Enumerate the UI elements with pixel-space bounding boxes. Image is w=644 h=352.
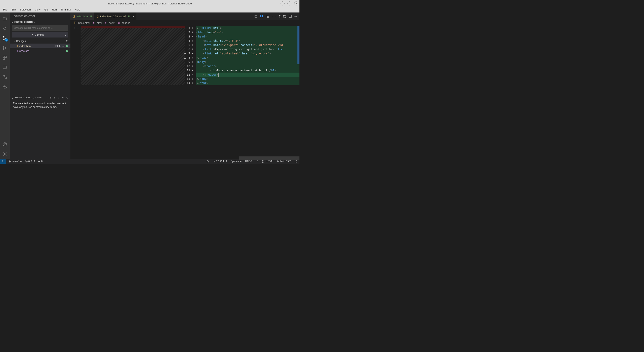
change-item-index[interactable]: index.html + U <box>10 44 70 48</box>
overview-ruler[interactable] <box>298 26 300 64</box>
menu-file[interactable]: File <box>1 7 10 12</box>
crumb-file[interactable]: index.html <box>78 21 90 24</box>
remote-indicator[interactable] <box>0 159 6 164</box>
titlebar: index.html (Untracked) (index.html) - gi… <box>0 0 300 7</box>
language-mode[interactable]: { } HTML <box>262 160 273 163</box>
radio-indicator[interactable]: 0 <box>38 160 43 163</box>
change-item-style[interactable]: style.css U <box>10 48 70 53</box>
toggle-inline-icon[interactable] <box>260 15 263 18</box>
accounts-icon[interactable] <box>0 139 10 149</box>
svg-point-2 <box>4 39 4 40</box>
changes-header[interactable]: ⌄ Changes 2 <box>10 39 70 44</box>
menu-go[interactable]: Go <box>42 7 50 12</box>
svg-point-19 <box>34 97 34 97</box>
swap-icon[interactable] <box>266 15 269 18</box>
tab-status: U <box>128 15 130 18</box>
close-button[interactable]: ✕ <box>294 2 298 6</box>
tab-label: index.html (Untracked) <box>100 15 126 18</box>
branch-icon <box>33 96 36 99</box>
html-file-icon <box>96 15 99 18</box>
menubar: FileEditSelectionViewGoRunTerminalHelp <box>0 7 300 13</box>
search-icon[interactable] <box>0 24 10 34</box>
source-control-icon[interactable]: 2 <box>0 34 10 43</box>
commit-dropdown[interactable]: ⌄ <box>63 32 68 38</box>
problems-indicator[interactable]: ⓧ0 ⚠0 <box>25 160 35 163</box>
crumb-header[interactable]: header <box>122 21 130 24</box>
svg-point-21 <box>35 97 35 97</box>
minimize-button[interactable]: – <box>280 2 284 6</box>
maximize-button[interactable]: □ <box>288 2 292 6</box>
scm-section-header[interactable]: ⌄ SOURCE CONTROL <box>10 20 70 24</box>
encoding[interactable]: UTF-8 <box>245 160 252 163</box>
plus-icon[interactable]: ＋ <box>183 56 186 61</box>
graph-refresh-icon[interactable] <box>66 96 68 99</box>
whitespace-icon[interactable]: ¶ <box>279 15 280 18</box>
live-server-port[interactable]: ⊘Port : 5500 <box>277 160 292 163</box>
minimap[interactable] <box>239 156 300 160</box>
menu-terminal[interactable]: Terminal <box>59 7 73 12</box>
map-icon[interactable] <box>283 15 286 18</box>
menu-help[interactable]: Help <box>73 7 82 12</box>
svg-point-25 <box>9 160 10 161</box>
menu-view[interactable]: View <box>33 7 42 12</box>
graph-tool-2[interactable] <box>53 96 56 99</box>
stage-icon[interactable]: + <box>62 44 64 48</box>
diff-original-pane[interactable]: 1 − <box>70 25 185 159</box>
eol[interactable]: LF <box>256 160 258 163</box>
database-icon[interactable] <box>0 72 10 82</box>
menu-edit[interactable]: Edit <box>10 7 18 12</box>
crumb-html[interactable]: html <box>97 21 102 24</box>
scm-graph-header[interactable]: ⌄ SOURCE CON… Auto ◎ <box>10 95 70 100</box>
main-area: 2 SOURCE CONTROL <box>0 13 300 159</box>
settings-gear-icon[interactable] <box>0 149 10 159</box>
discard-icon[interactable] <box>59 45 62 47</box>
extensions-icon[interactable] <box>0 53 10 63</box>
run-debug-icon[interactable] <box>0 43 10 53</box>
more-actions-icon[interactable]: ⋯ <box>294 15 297 18</box>
svg-point-29 <box>207 160 209 162</box>
feedback-icon[interactable] <box>206 160 209 163</box>
menu-run[interactable]: Run <box>50 7 59 12</box>
commit-button[interactable]: ✓ Commit <box>12 32 63 38</box>
diff-modified-pane[interactable]: 1 +2 +3 +4 +5 +6 +7 +8 +9 +10 +11 +12 +1… <box>185 25 300 159</box>
docker-icon[interactable] <box>0 82 10 92</box>
explorer-icon[interactable] <box>0 14 10 24</box>
changes-count: 2 <box>66 40 68 43</box>
sidebar-header: SOURCE CONTROL ⋯ <box>10 13 70 20</box>
svg-point-18 <box>4 153 6 155</box>
svg-rect-13 <box>4 86 5 87</box>
html-file-icon <box>74 21 76 24</box>
remote-explorer-icon[interactable] <box>0 63 10 72</box>
code-area[interactable]: <!DOCTYPE html><html lang="en"><head> <m… <box>196 25 300 159</box>
arrow-up-icon[interactable]: ↑ <box>271 15 273 18</box>
breadcrumb[interactable]: index.html › html › body › header <box>70 20 300 25</box>
commit-message-input[interactable] <box>12 25 68 31</box>
menu-selection[interactable]: Selection <box>18 7 32 12</box>
svg-point-1 <box>4 37 4 38</box>
graph-auto-label: Auto <box>37 96 42 99</box>
tab-index-html-untracked[interactable]: index.html (Untracked) U ✕ <box>94 13 136 20</box>
arrow-down-icon[interactable]: ↓ <box>275 15 276 18</box>
revert-arrow-icon[interactable]: → <box>183 52 186 55</box>
tab-index-html[interactable]: index.html U <box>70 13 94 20</box>
notifications-icon[interactable] <box>295 160 298 163</box>
scm-badge: 2 <box>5 39 8 42</box>
svg-point-28 <box>39 162 39 162</box>
svg-rect-5 <box>3 56 5 58</box>
cursor-position[interactable]: Ln 12, Col 14 <box>213 160 227 163</box>
graph-tool-1[interactable]: ◎ <box>50 96 52 99</box>
tag-icon <box>105 22 108 24</box>
branch-indicator[interactable]: main* <box>9 160 22 163</box>
file-name: index.html <box>19 45 31 48</box>
open-file-icon[interactable] <box>55 45 58 47</box>
tab-close-icon[interactable]: ✕ <box>132 15 134 18</box>
graph-tool-3[interactable] <box>57 96 60 99</box>
split-editor-icon[interactable] <box>288 15 292 18</box>
removed-marker <box>81 26 185 28</box>
graph-tool-4[interactable] <box>62 96 64 99</box>
crumb-body[interactable]: body <box>109 21 114 24</box>
indentation[interactable]: Spaces: 4 <box>231 160 242 163</box>
sidebar: SOURCE CONTROL ⋯ ⌄ SOURCE CONTROL ✓ Comm… <box>10 13 70 159</box>
more-icon[interactable]: ⋯ <box>66 15 68 18</box>
show-changes-icon[interactable] <box>254 15 258 18</box>
